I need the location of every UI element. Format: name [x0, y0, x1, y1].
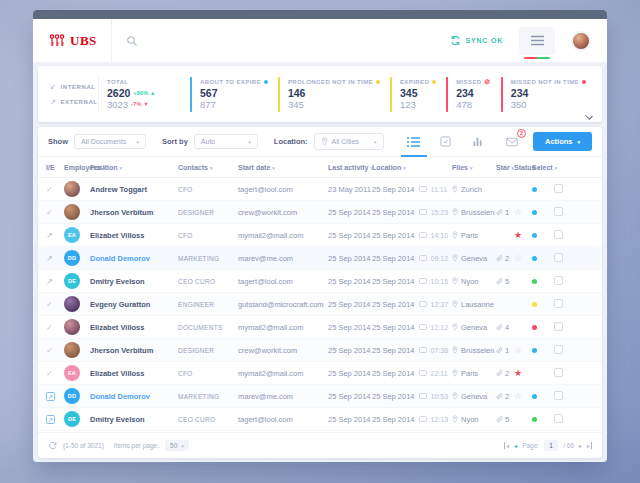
share-arrow-icon[interactable]: ↗ [46, 277, 64, 286]
star-icon[interactable]: ☆ [514, 346, 522, 355]
page-number-input[interactable]: 1 [544, 440, 558, 451]
chat-icon[interactable] [419, 255, 427, 261]
table-row[interactable]: ✓EAElizabet VillossCFOmymail2@mail.com25… [38, 362, 602, 385]
row-checkbox[interactable] [554, 230, 563, 239]
table-row[interactable]: ✓Jherson VerbitumDESIGNERcrew@workit.com… [38, 339, 602, 362]
files-cell[interactable]: 4 [496, 323, 514, 332]
contact-email[interactable]: marev@me.com [238, 392, 328, 401]
messages-button[interactable]: 2 [503, 133, 521, 151]
refresh-icon[interactable] [48, 441, 57, 450]
table-row[interactable]: ✓Evgeny GurattonENGINEERgutstand@microcr… [38, 293, 602, 316]
employee-name[interactable]: Donald Demorov [90, 392, 178, 401]
chat-icon[interactable] [419, 278, 427, 284]
employee-name[interactable]: Elizabet Villoss [90, 369, 178, 378]
files-cell[interactable]: 5 [496, 277, 514, 286]
search-icon[interactable] [126, 35, 138, 47]
tasks-view-button[interactable] [437, 133, 455, 151]
items-per-page-dropdown[interactable]: 50 ▾ [165, 440, 189, 451]
employee-name[interactable]: Dmitry Evelson [90, 415, 178, 424]
row-checkbox[interactable] [554, 253, 563, 262]
chat-icon[interactable] [419, 209, 427, 215]
list-layout-button[interactable] [405, 133, 423, 151]
row-checkbox[interactable] [554, 207, 563, 216]
files-cell[interactable]: 2 [496, 392, 514, 401]
row-checkbox[interactable] [554, 391, 563, 400]
row-checkbox[interactable] [554, 299, 563, 308]
contact-email[interactable]: crew@workit.com [238, 208, 328, 217]
star-cell[interactable]: ☆ [514, 346, 532, 355]
employee-name[interactable]: Evgeny Guratton [90, 300, 178, 309]
chat-icon[interactable] [419, 324, 427, 330]
table-row[interactable]: ✓Jherson VerbitumDESIGNERcrew@workit.com… [38, 201, 602, 224]
table-row[interactable]: ↗EAElizabet VillossCFOmymail2@mail.com25… [38, 224, 602, 247]
employee-name[interactable]: Jherson Verbitum [90, 346, 178, 355]
contact-email[interactable]: crew@workit.com [238, 346, 328, 355]
stats-collapse-chevron-icon[interactable] [585, 112, 593, 120]
star-icon[interactable]: ★ [514, 369, 522, 378]
column-header-last-activity[interactable]: Last activity ▾ [328, 164, 372, 171]
column-header-select[interactable]: Select ▾ [532, 164, 554, 171]
select-cell[interactable] [554, 230, 594, 241]
employee-name[interactable]: Elizabet Villoss [90, 323, 178, 332]
star-icon[interactable]: ☆ [514, 208, 522, 217]
row-checkbox[interactable] [554, 368, 563, 377]
column-header-files[interactable]: Files ▾ [452, 164, 496, 171]
select-cell[interactable] [554, 276, 594, 287]
chat-icon[interactable] [419, 186, 427, 192]
contact-email[interactable]: mymail2@mail.com [238, 231, 328, 240]
chat-icon[interactable] [419, 416, 427, 422]
next-page-button[interactable]: ▸ [579, 442, 582, 449]
column-header-employees[interactable]: Employees ▾ [64, 164, 90, 171]
first-page-button[interactable]: ◂ [504, 442, 509, 449]
ubs-logo[interactable]: UBS [33, 19, 112, 62]
column-header-location[interactable]: Location ▾ [372, 164, 452, 171]
employee-name[interactable]: Jherson Verbitum [90, 208, 178, 217]
files-cell[interactable]: 1 [496, 208, 514, 217]
star-icon[interactable]: ☆ [514, 254, 522, 263]
sort-dropdown[interactable]: Auto ▾ [194, 134, 258, 149]
column-header-star[interactable]: Star ▾ [496, 164, 514, 171]
table-row[interactable]: ↗DEDmitry EvelsonCEO CUROtagert@lool.com… [38, 408, 602, 431]
select-cell[interactable] [554, 299, 594, 310]
last-page-button[interactable]: ▸ [587, 442, 592, 449]
table-row[interactable]: ↗DDDonald DemorovMARKETINGmarev@me.com25… [38, 385, 602, 408]
contact-email[interactable]: mymail2@mail.com [238, 323, 328, 332]
table-row[interactable]: ✓Andrew ToggartCFOtagert@lool.com23 May … [38, 178, 602, 201]
select-cell[interactable] [554, 322, 594, 333]
external-toggle[interactable]: ↗ EXTERNAL [50, 98, 98, 106]
select-cell[interactable] [554, 368, 594, 379]
select-cell[interactable] [554, 184, 594, 195]
actions-button[interactable]: Actions ▾ [533, 132, 592, 151]
external-link-icon[interactable]: ↗ [46, 392, 55, 401]
star-icon[interactable]: ☆ [514, 392, 522, 401]
select-cell[interactable] [554, 207, 594, 218]
chat-icon[interactable] [419, 232, 427, 238]
select-cell[interactable] [554, 391, 594, 402]
star-cell[interactable]: ☆ [514, 254, 532, 263]
employee-name[interactable]: Donald Demorov [90, 254, 178, 263]
column-header-contacts[interactable]: Contacts ▾ [178, 164, 238, 171]
contact-email[interactable]: marev@me.com [238, 254, 328, 263]
chat-icon[interactable] [419, 370, 427, 376]
star-icon[interactable]: ★ [514, 231, 522, 240]
employee-name[interactable]: Andrew Toggart [90, 185, 178, 194]
table-row[interactable]: ↗DEDmitry EvelsonCEO CUROtagert@lool.com… [38, 270, 602, 293]
files-cell[interactable]: 2 [496, 369, 514, 378]
select-cell[interactable] [554, 345, 594, 356]
star-cell[interactable]: ☆ [514, 208, 532, 217]
employee-name[interactable]: Elizabet Villoss [90, 231, 178, 240]
files-cell[interactable]: 5 [496, 415, 514, 424]
contact-email[interactable]: gutstand@microcraft.com [238, 300, 328, 309]
star-cell[interactable]: ☆ [514, 392, 532, 401]
chat-icon[interactable] [419, 347, 427, 353]
row-checkbox[interactable] [554, 184, 563, 193]
row-checkbox[interactable] [554, 322, 563, 331]
list-view-button[interactable] [519, 27, 555, 55]
employee-name[interactable]: Dmitry Evelson [90, 277, 178, 286]
show-dropdown[interactable]: All Documents ▾ [74, 134, 146, 149]
chat-icon[interactable] [419, 301, 427, 307]
share-arrow-icon[interactable]: ↗ [46, 254, 64, 263]
select-cell[interactable] [554, 414, 594, 425]
files-cell[interactable]: 1 [496, 346, 514, 355]
location-dropdown[interactable]: All Cities ▾ [314, 133, 384, 150]
